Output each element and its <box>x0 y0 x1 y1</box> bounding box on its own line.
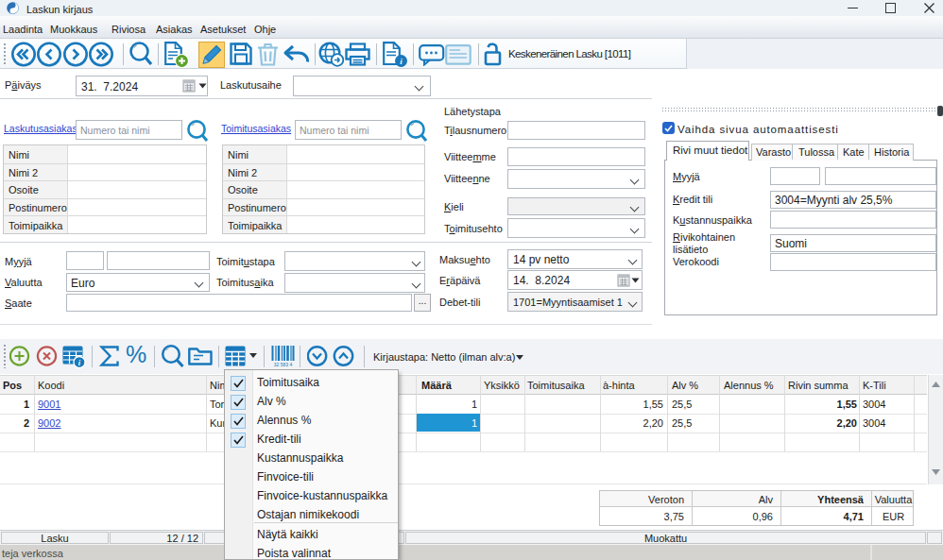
svg-text:32 583 4: 32 583 4 <box>274 362 293 367</box>
